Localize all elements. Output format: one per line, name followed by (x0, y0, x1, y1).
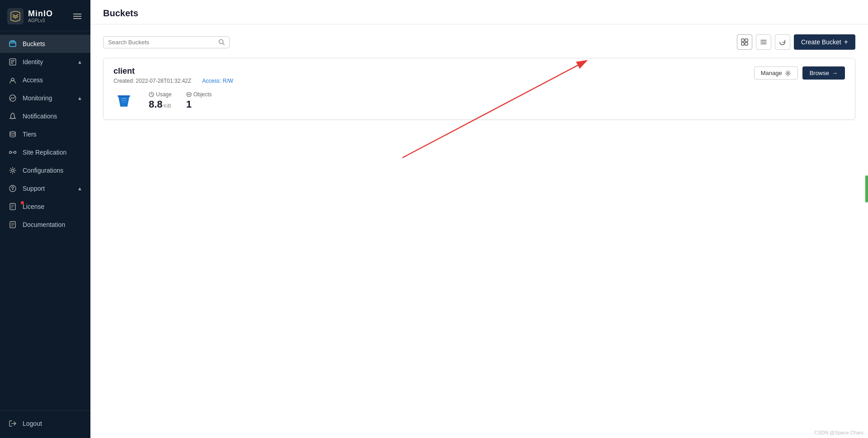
logout-icon (8, 419, 17, 428)
notifications-label: Notifications (23, 113, 82, 120)
svg-rect-1 (9, 42, 16, 47)
svg-rect-20 (121, 100, 127, 101)
monitoring-nav-icon (8, 94, 17, 103)
scrollbar-indicator[interactable] (865, 175, 868, 203)
access-label: Access (23, 76, 82, 84)
manage-button[interactable]: Manage (754, 66, 798, 80)
bucket-info: client Created: 2022-07-28T01:32:42Z Acc… (113, 66, 233, 84)
bucket-created: Created: 2022-07-28T01:32:42Z (113, 78, 191, 84)
search-input[interactable] (108, 39, 216, 46)
objects-label: Objects (186, 91, 212, 98)
notifications-nav-icon (8, 112, 17, 121)
bucket-access: Access: R/W (202, 78, 233, 84)
create-bucket-button[interactable]: Create Bucket + (794, 34, 855, 50)
support-label: Support (23, 185, 72, 192)
svg-point-8 (12, 170, 14, 172)
browse-arrow-icon: → (832, 70, 838, 76)
sidebar-item-support[interactable]: Support ▲ (0, 179, 90, 198)
objects-stat: Objects 1 (186, 91, 212, 110)
svg-point-17 (787, 72, 789, 74)
config-nav-icon (8, 166, 17, 175)
svg-point-5 (10, 132, 15, 133)
sidebar-item-identity[interactable]: Identity ▲ (0, 53, 90, 71)
sidebar-item-tiers[interactable]: Tiers (0, 125, 90, 143)
monitoring-label: Monitoring (23, 94, 72, 102)
search-icon[interactable] (218, 39, 225, 45)
create-bucket-label: Create Bucket (801, 38, 841, 46)
bucket-stats: Usage 8.8KiB Objects 1 (113, 90, 845, 111)
svg-rect-13 (741, 39, 744, 42)
identity-label: Identity (23, 58, 72, 66)
logo-text: MinIO AGPLv3 (28, 9, 53, 24)
sidebar-item-buckets[interactable]: Buckets (0, 35, 90, 53)
create-bucket-plus-icon: + (844, 38, 848, 46)
license-label: License (23, 203, 82, 210)
logout-label: Logout (23, 420, 82, 427)
svg-point-6 (9, 151, 12, 154)
bucket-meta: Created: 2022-07-28T01:32:42Z Access: R/… (113, 78, 233, 84)
app-version: AGPLv3 (28, 18, 53, 23)
sidebar: MinIO AGPLv3 Buckets (0, 0, 90, 438)
hamburger-menu[interactable] (71, 12, 83, 21)
site-replication-label: Site Replication (23, 149, 82, 156)
svg-rect-14 (745, 39, 748, 42)
bucket-visual-icon (113, 90, 134, 111)
page-title: Buckets (103, 8, 855, 19)
browse-label: Browse (810, 70, 829, 76)
license-badge (21, 201, 24, 204)
access-nav-icon (8, 75, 17, 85)
svg-point-7 (14, 151, 16, 154)
docs-label: Documentation (23, 221, 82, 228)
license-nav-icon (8, 202, 17, 211)
sidebar-item-notifications[interactable]: Notifications (0, 107, 90, 125)
usage-stat: Usage 8.8KiB (149, 91, 172, 110)
buckets-label: Buckets (23, 40, 82, 47)
objects-value: 1 (186, 99, 212, 110)
grid-view-btn[interactable] (737, 34, 752, 50)
watermark: CSDN @Space Chars (814, 430, 863, 435)
docs-nav-icon (8, 220, 17, 229)
manage-label: Manage (761, 70, 782, 76)
sidebar-item-license[interactable]: License (0, 198, 90, 216)
bucket-name: client (113, 66, 233, 76)
usage-label: Usage (149, 91, 172, 98)
tiers-label: Tiers (23, 131, 82, 138)
sidebar-item-site-replication[interactable]: Site Replication (0, 143, 90, 161)
bucket-card-header: client Created: 2022-07-28T01:32:42Z Acc… (113, 66, 845, 84)
sidebar-logo: MinIO AGPLv3 (0, 0, 90, 31)
sidebar-bottom: Logout (0, 410, 90, 438)
svg-rect-21 (122, 102, 126, 103)
identity-chevron: ▲ (77, 59, 82, 65)
usage-value: 8.8KiB (149, 99, 172, 110)
manage-gear-icon (785, 70, 791, 76)
sidebar-item-monitoring[interactable]: Monitoring ▲ (0, 89, 90, 107)
sidebar-item-documentation[interactable]: Documentation (0, 216, 90, 234)
configurations-label: Configurations (23, 167, 82, 174)
main-content: Buckets (90, 0, 868, 438)
sidebar-nav: Buckets Identity ▲ Access (0, 31, 90, 410)
sidebar-item-access[interactable]: Access (0, 71, 90, 89)
identity-nav-icon (8, 57, 17, 66)
site-replication-nav-icon (8, 148, 17, 157)
support-nav-icon (8, 184, 17, 193)
svg-rect-18 (118, 95, 130, 97)
support-chevron: ▲ (77, 186, 82, 191)
list-view-btn[interactable] (756, 34, 771, 50)
bucket-card: client Created: 2022-07-28T01:32:42Z Acc… (103, 58, 855, 120)
refresh-btn[interactable] (775, 34, 790, 50)
app-name: MinIO (28, 9, 53, 19)
minio-logo-icon (7, 8, 24, 24)
browse-button[interactable]: Browse → (802, 66, 845, 80)
svg-rect-15 (741, 42, 744, 45)
content-area: Create Bucket + client Created: 2022-07-… (90, 24, 868, 438)
bucket-nav-icon (8, 39, 17, 48)
search-box[interactable] (103, 36, 230, 48)
tiers-nav-icon (8, 130, 17, 139)
svg-rect-19 (121, 98, 127, 99)
sidebar-item-logout[interactable]: Logout (0, 414, 90, 433)
sidebar-item-configurations[interactable]: Configurations (0, 161, 90, 179)
monitoring-chevron: ▲ (77, 95, 82, 101)
svg-rect-16 (745, 42, 748, 45)
page-header: Buckets (90, 0, 868, 24)
toolbar: Create Bucket + (103, 34, 855, 50)
